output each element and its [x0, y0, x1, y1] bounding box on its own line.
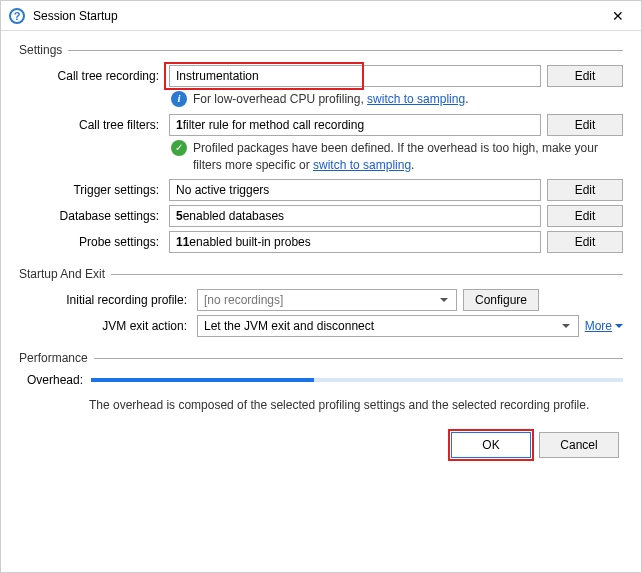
call-tree-recording-input[interactable]	[176, 69, 534, 83]
info-icon: i	[171, 91, 187, 107]
database-settings-label: Database settings:	[27, 209, 163, 223]
trigger-settings-label: Trigger settings:	[27, 183, 163, 197]
settings-group: Settings Call tree recording: Edit i For…	[19, 43, 623, 253]
overhead-bar	[91, 378, 623, 382]
check-icon: ✓	[171, 140, 187, 156]
overhead-note: The overhead is composed of the selected…	[89, 397, 623, 414]
footer: OK Cancel	[19, 432, 623, 458]
recording-hint: For low-overhead CPU profiling, switch t…	[193, 91, 468, 108]
overhead-fill	[91, 378, 314, 382]
database-settings-field[interactable]: 5 enabled databases	[169, 205, 541, 227]
configure-button[interactable]: Configure	[463, 289, 539, 311]
switch-to-sampling-link-2[interactable]: switch to sampling	[313, 158, 411, 172]
startup-exit-heading: Startup And Exit	[19, 267, 623, 281]
performance-group: Performance Overhead: The overhead is co…	[19, 351, 623, 414]
app-icon: ?	[9, 8, 25, 24]
call-tree-recording-field[interactable]	[169, 65, 541, 87]
call-tree-filters-field[interactable]: 1 filter rule for method call recording	[169, 114, 541, 136]
window-title: Session Startup	[33, 9, 118, 23]
titlebar: ? Session Startup ✕	[1, 1, 641, 31]
call-tree-filters-edit-button[interactable]: Edit	[547, 114, 623, 136]
probe-settings-field[interactable]: 11 enabled built-in probes	[169, 231, 541, 253]
performance-heading: Performance	[19, 351, 623, 365]
call-tree-recording-label: Call tree recording:	[27, 69, 163, 83]
more-link[interactable]: More	[585, 319, 623, 333]
jvm-exit-select[interactable]: Let the JVM exit and disconnect	[197, 315, 579, 337]
close-icon[interactable]: ✕	[603, 8, 633, 24]
probe-settings-label: Probe settings:	[27, 235, 163, 249]
initial-profile-label: Initial recording profile:	[27, 293, 191, 307]
overhead-label: Overhead:	[27, 373, 83, 387]
call-tree-filters-label: Call tree filters:	[27, 118, 163, 132]
trigger-settings-field[interactable]: No active triggers	[169, 179, 541, 201]
call-tree-recording-edit-button[interactable]: Edit	[547, 65, 623, 87]
cancel-button[interactable]: Cancel	[539, 432, 619, 458]
ok-button[interactable]: OK	[451, 432, 531, 458]
jvm-exit-label: JVM exit action:	[27, 319, 191, 333]
database-settings-edit-button[interactable]: Edit	[547, 205, 623, 227]
probe-settings-edit-button[interactable]: Edit	[547, 231, 623, 253]
filters-hint: Profiled packages have been defined. If …	[193, 140, 619, 174]
trigger-settings-edit-button[interactable]: Edit	[547, 179, 623, 201]
switch-to-sampling-link[interactable]: switch to sampling	[367, 92, 465, 106]
settings-heading: Settings	[19, 43, 623, 57]
initial-profile-select[interactable]: [no recordings]	[197, 289, 457, 311]
startup-exit-group: Startup And Exit Initial recording profi…	[19, 267, 623, 337]
